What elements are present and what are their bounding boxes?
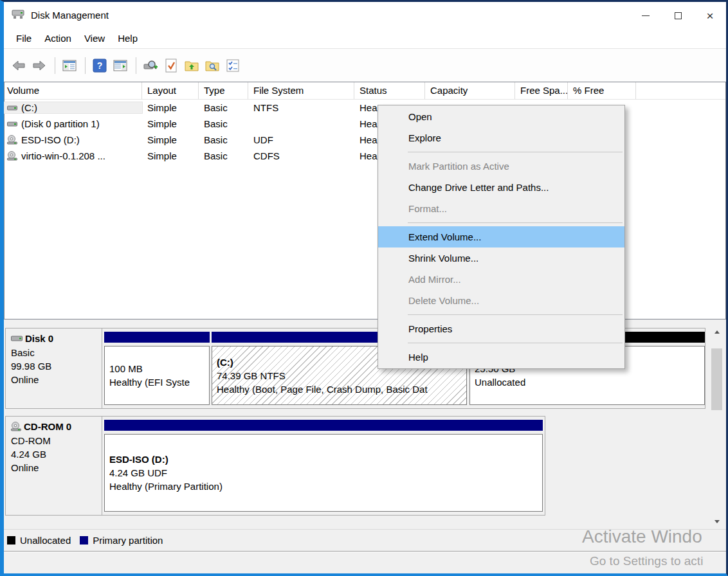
show-console-tree-icon[interactable] — [60, 57, 79, 75]
column-header-file-system[interactable]: File System — [248, 82, 354, 99]
menu-view[interactable]: View — [78, 29, 111, 48]
task-check-icon[interactable] — [161, 57, 181, 75]
scrollbar-thumb[interactable] — [711, 348, 722, 410]
legend-primary-partition: Primary partition — [80, 535, 163, 546]
menu-help[interactable]: Help — [111, 29, 144, 48]
menu-item-delete-volume: Delete Volume... — [378, 290, 624, 311]
help-icon[interactable]: ? — [90, 57, 109, 75]
status-bar — [4, 552, 726, 573]
menu-item-format: Format... — [378, 198, 624, 219]
layout-cell: Simple — [142, 102, 199, 113]
type-cell: Basic — [199, 102, 248, 113]
menu-item-mark-partition-as-active: Mark Partition as Active — [378, 156, 624, 177]
title-bar: Disk Management × — [4, 2, 726, 29]
file-system-cell: NTFS — [248, 102, 354, 113]
layout-cell: Simple — [142, 134, 199, 145]
menu-action[interactable]: Action — [38, 29, 78, 48]
disk-status: Online — [11, 373, 96, 386]
minimize-icon — [642, 15, 650, 16]
window-title: Disk Management — [31, 10, 109, 21]
partition-status: Healthy (Boot, Page File, Crash Dump, Ba… — [217, 382, 466, 396]
cd-volume-icon — [7, 135, 17, 145]
column-header-percent-free[interactable]: % Free — [568, 82, 636, 99]
disk-volume-icon — [7, 120, 17, 129]
disk-management-window: Disk Management × File Action View Help — [0, 0, 728, 576]
context-menu: Open Explore Mark Partition as Active Ch… — [378, 105, 625, 369]
layout-cell: Simple — [142, 150, 199, 161]
close-button[interactable]: × — [694, 2, 726, 29]
volume-name: (Disk 0 partition 1) — [21, 118, 100, 129]
partition-size: 100 MB — [109, 362, 209, 375]
folder-search-icon[interactable] — [203, 57, 222, 75]
volume-name: ESD-ISO (D:) — [21, 134, 80, 145]
close-icon: × — [706, 10, 713, 22]
column-header-capacity[interactable]: Capacity — [425, 82, 515, 99]
legend-bar: Unallocated Primary partition — [4, 529, 726, 552]
partition-esd-iso[interactable]: ESD-ISO (D:) 4.24 GB UDF Healthy (Primar… — [104, 419, 543, 513]
layout-cell: Simple — [142, 118, 199, 129]
volume-list-header: Volume Layout Type File System Status Ca… — [5, 82, 725, 100]
partition-efi[interactable]: 100 MB Healthy (EFI Syste — [104, 330, 210, 406]
legend-label: Unallocated — [20, 535, 71, 546]
menu-separator — [408, 222, 623, 223]
menu-item-change-drive-letter-and-paths[interactable]: Change Drive Letter and Paths... — [378, 177, 624, 198]
disk-drive-icon — [10, 8, 26, 23]
menu-item-explore[interactable]: Explore — [378, 127, 624, 148]
column-header-layout[interactable]: Layout — [142, 82, 199, 99]
menu-separator — [408, 343, 623, 343]
volume-name: (C:) — [21, 102, 37, 113]
rescan-disks-icon[interactable] — [141, 57, 160, 75]
scroll-up-button[interactable] — [711, 326, 722, 338]
menu-item-properties[interactable]: Properties — [378, 318, 624, 339]
folder-up-icon[interactable] — [182, 57, 201, 75]
unallocated-swatch — [7, 536, 15, 544]
disk-type: CD-ROM — [11, 434, 96, 447]
disk-name: Disk 0 — [25, 333, 53, 344]
menu-file[interactable]: File — [10, 29, 38, 48]
menu-item-shrink-volume[interactable]: Shrink Volume... — [378, 248, 624, 269]
disk-name: CD-ROM 0 — [24, 421, 71, 432]
legend-unallocated: Unallocated — [7, 535, 71, 546]
show-action-pane-icon[interactable] — [111, 57, 130, 75]
scroll-down-icon — [714, 520, 720, 523]
column-header-volume[interactable]: Volume — [5, 82, 142, 99]
column-header-status[interactable]: Status — [354, 82, 425, 99]
back-icon[interactable] — [9, 57, 28, 75]
toolbar-separator — [55, 57, 55, 74]
window-controls: × — [630, 2, 726, 29]
minimize-button[interactable] — [630, 2, 662, 29]
toolbar-separator — [136, 57, 136, 74]
menu-item-extend-volume[interactable]: Extend Volume... — [378, 226, 624, 248]
cdrom0-label[interactable]: CD-ROM 0 CD-ROM 4.24 GB Online — [6, 417, 102, 515]
maximize-button[interactable] — [662, 2, 694, 29]
scroll-down-button[interactable] — [711, 516, 722, 527]
volume-name: virtio-win-0.1.208 ... — [21, 150, 105, 161]
maximize-icon — [675, 12, 682, 19]
checklist-icon[interactable] — [223, 57, 242, 75]
primary-partition-swatch — [80, 536, 88, 544]
disk-drive-icon — [11, 335, 23, 343]
partition-size: 4.24 GB UDF — [109, 466, 542, 480]
disk-volume-icon — [7, 104, 17, 113]
svg-text:?: ? — [97, 60, 103, 71]
column-header-free-space[interactable]: Free Spa... — [515, 82, 568, 99]
disk-size: 4.24 GB — [11, 447, 96, 461]
type-cell: Basic — [199, 118, 248, 129]
file-system-cell: CDFS — [248, 150, 354, 161]
cd-volume-icon — [7, 151, 17, 161]
legend-label: Primary partition — [93, 535, 163, 546]
partition-status: Unallocated — [475, 375, 704, 389]
disk-type: Basic — [11, 346, 96, 359]
partition-status: Healthy (EFI Syste — [109, 375, 209, 389]
disk0-label[interactable]: Disk 0 Basic 99.98 GB Online — [6, 328, 102, 408]
forward-icon[interactable] — [30, 57, 49, 75]
vertical-scrollbar[interactable] — [711, 326, 722, 527]
menu-separator — [408, 314, 623, 315]
primary-partition-band — [104, 420, 543, 431]
column-header-type[interactable]: Type — [199, 82, 248, 99]
type-cell: Basic — [199, 150, 248, 161]
menu-item-help[interactable]: Help — [378, 346, 624, 368]
menu-item-open[interactable]: Open — [378, 106, 624, 127]
cd-rom-icon — [11, 422, 21, 431]
disk-row-cdrom0: CD-ROM 0 CD-ROM 4.24 GB Online ESD-ISO (… — [5, 416, 545, 516]
